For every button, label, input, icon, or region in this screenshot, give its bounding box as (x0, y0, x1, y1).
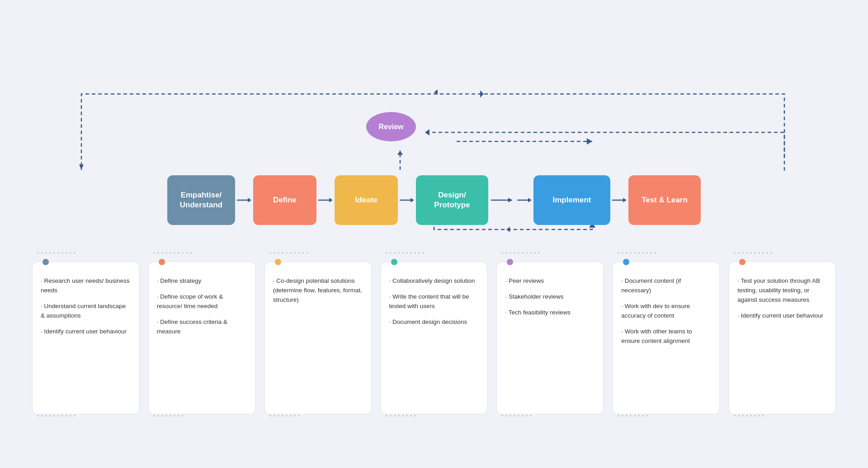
svg-marker-3 (425, 129, 429, 136)
svg-marker-8 (248, 198, 251, 202)
node-define-label: Define (273, 196, 297, 205)
svg-marker-0 (79, 164, 84, 170)
node-implement: Implement (533, 175, 610, 225)
dots-bottom-2 (149, 415, 255, 424)
card-5-line-3: · Tech feasibility reviews (505, 308, 595, 318)
svg-marker-7 (506, 227, 510, 232)
card-dot-6 (623, 259, 629, 265)
svg-marker-5 (587, 138, 592, 145)
dots-bottom-4 (381, 415, 487, 424)
cards-section: · Research user needs/ business needs · … (32, 261, 836, 415)
svg-marker-11 (508, 198, 513, 202)
dots-bottom-5 (497, 415, 603, 424)
svg-marker-9 (329, 198, 333, 202)
node-design: Design/ Prototype (416, 175, 488, 225)
card-4-line-1: · Collaboratively design solution (389, 276, 479, 286)
dots-top-7 (729, 252, 835, 261)
card-ideate: · Co-design potential solutions (determi… (264, 261, 372, 415)
card-5-content: · Peer reviews · Stakeholder reviews · T… (505, 276, 595, 318)
review-bubble: Review (366, 112, 416, 141)
node-ideate: Ideate (335, 175, 398, 225)
flow-diagram: Empahtise/ Understand Define Ideate Desi… (32, 53, 836, 243)
card-dot-4 (391, 259, 397, 265)
card-dot-1 (42, 259, 49, 265)
card-2-line-2: · Define scope of work & resource/ time … (157, 292, 247, 311)
dots-bottom-6 (613, 415, 719, 424)
card-implement: · Document content (if necessary) · Work… (612, 261, 720, 415)
node-define: Define (253, 175, 316, 225)
dots-bottom-1 (33, 415, 139, 424)
card-6-line-3: · Work with other teams to ensure conten… (621, 327, 711, 346)
card-2-line-1: · Define strategy (157, 276, 247, 286)
svg-marker-12 (528, 198, 532, 202)
dots-bottom-7 (729, 415, 835, 424)
card-review: · Peer reviews · Stakeholder reviews · T… (496, 261, 604, 415)
dots-bottom-3 (265, 415, 371, 424)
dots-top-4 (381, 252, 487, 261)
node-empathise: Empahtise/ Understand (167, 175, 235, 225)
arrow-3 (398, 196, 416, 205)
arrow-5 (610, 196, 628, 205)
card-define: · Define strategy · Define scope of work… (148, 261, 256, 415)
card-6-line-2: · Work with dev to ensure accuracy of co… (621, 302, 711, 321)
card-2-content: · Define strategy · Define scope of work… (157, 276, 247, 337)
card-dot-2 (159, 259, 165, 265)
card-4-line-2: · Write the content that will be tested … (389, 292, 479, 311)
card-5-line-1: · Peer reviews (505, 276, 595, 286)
card-design: · Collaboratively design solution · Writ… (380, 261, 488, 415)
svg-marker-2 (434, 89, 438, 95)
flow-nodes-row: Empahtise/ Understand Define Ideate Desi… (32, 175, 836, 225)
card-3-content: · Co-design potential solutions (determi… (273, 276, 363, 305)
card-6-line-1: · Document content (if necessary) (621, 276, 711, 295)
card-2-line-3: · Define success criteria & measure (157, 318, 247, 337)
dots-top-3 (265, 252, 371, 261)
dots-top-1 (33, 252, 139, 261)
arrow-2 (316, 196, 335, 205)
svg-marker-1 (480, 90, 484, 98)
card-1-content: · Research user needs/ business needs · … (41, 276, 131, 337)
svg-marker-13 (623, 198, 627, 202)
review-label: Review (378, 123, 403, 131)
node-empathise-label: Empahtise/ Understand (180, 190, 222, 210)
card-4-line-3: · Document design decisions (389, 318, 479, 327)
node-test-label: Test & Learn (642, 196, 688, 205)
card-6-content: · Document content (if necessary) · Work… (621, 276, 711, 346)
card-4-content: · Collaboratively design solution · Writ… (389, 276, 479, 327)
card-1-line-1: · Research user needs/ business needs (41, 276, 131, 295)
card-1-line-3: · Identify current user behaviour (41, 327, 131, 337)
dots-top-6 (613, 252, 719, 261)
svg-marker-4 (397, 150, 403, 155)
arrow-1 (235, 196, 253, 205)
main-container: Empahtise/ Understand Define Ideate Desi… (14, 40, 854, 428)
card-7-line-2: · Identify current user behaviour (737, 311, 827, 321)
svg-marker-10 (410, 198, 414, 202)
card-7-content: · Test your solution through AB testing,… (737, 276, 827, 321)
node-test: Test & Learn (628, 175, 701, 225)
card-test: · Test your solution through AB testing,… (728, 261, 836, 415)
dots-top-5 (497, 252, 603, 261)
card-5-line-2: · Stakeholder reviews (505, 292, 595, 302)
card-dot-7 (739, 259, 745, 265)
arrow-4b (515, 196, 533, 205)
card-3-line-1: · Co-design potential solutions (determi… (273, 276, 363, 305)
node-implement-label: Implement (552, 196, 591, 205)
card-empathise: · Research user needs/ business needs · … (32, 261, 140, 415)
card-dot-5 (507, 259, 513, 265)
card-1-line-2: · Understand current landscape & assumpt… (41, 302, 131, 321)
arrow-4 (488, 196, 515, 205)
dots-top-2 (149, 252, 255, 261)
card-7-line-1: · Test your solution through AB testing,… (737, 276, 827, 305)
node-ideate-label: Ideate (355, 196, 377, 205)
card-dot-3 (275, 259, 281, 265)
node-design-label: Design/ Prototype (434, 190, 470, 210)
